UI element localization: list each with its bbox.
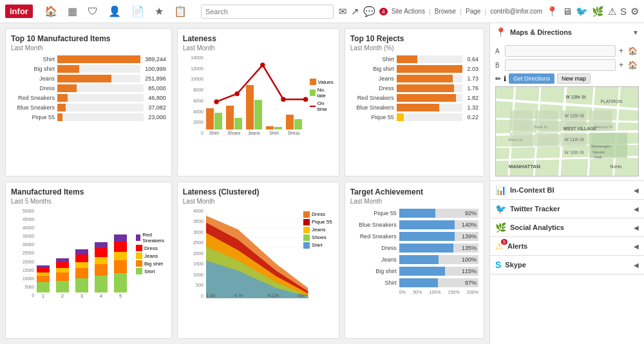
browse-link[interactable]: Browse (435, 8, 456, 15)
widget-title: Manufactured Items (11, 187, 166, 196)
hbar-track (57, 75, 140, 82)
hbar-value: 100,999 (145, 66, 166, 72)
social-header[interactable]: 🌿 Social Analytics ◀ (490, 218, 644, 236)
twitter-header[interactable]: 🐦 Twitter Tracker ◀ (490, 200, 644, 218)
top-navigation: infor 🏠 ▦ 🛡 👤 📄 ★ 📋 ✉ ↗ 💬 4 Site Actions… (0, 0, 644, 23)
page-icon[interactable]: 📋 (171, 4, 189, 19)
svg-text:Perry St: Perry St (509, 138, 523, 142)
alerts-header[interactable]: ⚠ 9 Alerts ◀ (490, 237, 644, 255)
svg-point-4 (303, 97, 308, 101)
page-link[interactable]: Page (466, 8, 480, 15)
star-icon[interactable]: ★ (152, 4, 166, 19)
map-home-icon-b[interactable]: 🏠 (627, 59, 639, 71)
chat-icon[interactable]: 💬 (363, 6, 375, 17)
pencil-icon[interactable]: ✏ (495, 75, 501, 83)
hbar-track (57, 94, 144, 102)
get-directions-button[interactable]: Get Directions (509, 73, 554, 84)
svg-text:8-15e: 8-15e (268, 292, 279, 298)
email-icon[interactable]: ✉ (339, 6, 347, 17)
home-icon[interactable]: 🏠 (42, 4, 60, 19)
new-map-button[interactable]: New map (557, 73, 591, 84)
hbar-value: 23,000 (148, 114, 166, 120)
chevron-down-icon: ▼ (632, 29, 639, 36)
rejects-chart: Shirt0.64 Big shirt2.03 Jeans1.73 Dress1… (350, 55, 478, 121)
map-input-b-row: B + 🏠 (495, 59, 639, 71)
hbar-row: Shirt 389,244 (11, 55, 166, 63)
settings-icon[interactable]: ⚙ (630, 6, 639, 17)
search-input[interactable] (201, 5, 334, 19)
y-axis: 14000120001000080006000400020000 (183, 55, 205, 135)
svg-rect-34 (535, 133, 558, 147)
map-svg: W 13th St W 12th St WEST VILLAGE W 11th … (496, 87, 638, 176)
twitter-icon[interactable]: 🐦 (576, 6, 588, 17)
map-plus-icon-b[interactable]: + (618, 59, 625, 71)
map-input-a[interactable] (505, 45, 616, 57)
main-layout: Top 10 Manufactured Items Last Month Shi… (0, 23, 644, 344)
share-icon[interactable]: ↗ (351, 6, 359, 17)
hbar-row: Red Sneakers 46,800 (11, 94, 166, 102)
alert-icon[interactable]: ⚠ (608, 6, 616, 17)
sidebar-section-alerts: ⚠ 9 Alerts ◀ (490, 237, 644, 256)
svg-text:W 10th St: W 10th St (565, 150, 584, 155)
chevron-right-icon: ◀ (634, 187, 639, 194)
hbar-label: Blue Sneakers (11, 104, 55, 111)
hbar-track (57, 104, 144, 111)
svg-text:Park: Park (594, 155, 602, 159)
shield-icon[interactable]: 🛡 (85, 5, 100, 19)
infor-logo[interactable]: infor (5, 5, 33, 18)
map-label-a: A (495, 48, 503, 55)
widget-subtitle: Last Month (350, 198, 478, 205)
map-home-icon-a[interactable]: 🏠 (627, 45, 639, 57)
skype-title: Skype (505, 261, 630, 269)
svg-text:Waverly Pl: Waverly Pl (594, 125, 612, 129)
hbar-value: 46,800 (148, 95, 166, 101)
svg-text:WEST VILLAGE: WEST VILLAGE (564, 126, 597, 131)
chevron-right-icon: ◀ (634, 205, 639, 213)
widget-title: Top 10 Manufactured Items (11, 34, 166, 43)
hbar-label: Red Sneakers (11, 95, 55, 101)
svg-text:FLATIRON: FLATIRON (601, 99, 623, 104)
site-actions-link[interactable]: Site Actions (392, 8, 425, 15)
svg-text:Bank St: Bank St (534, 125, 547, 129)
svg-text:MANHATTAN: MANHATTAN (509, 164, 540, 169)
maps-header[interactable]: 📍 Maps & Directions ▼ (490, 23, 644, 41)
widget-manufactured-items: Manufactured Items Last 5 Months 5000045… (5, 182, 172, 339)
hbar-track (57, 113, 144, 121)
map-input-b[interactable] (505, 59, 616, 71)
notification-badge[interactable]: 4 (379, 8, 388, 15)
map-plus-icon-a[interactable]: + (618, 45, 625, 57)
hbar-label: Big shirt (11, 66, 55, 72)
doc-icon[interactable]: 📄 (129, 4, 147, 19)
widget-title: Lateness (183, 34, 334, 43)
widget-title: Lateness (Clustered) (183, 187, 334, 196)
person-icon[interactable]: 👤 (106, 4, 124, 19)
map-input-a-row: A + 🏠 (495, 45, 639, 57)
widget-title: Target Achievement (350, 187, 478, 196)
nav-right-actions: ✉ ↗ 💬 4 Site Actions | Browse | Page | c… (339, 6, 639, 17)
widget-subtitle: Last Month (183, 44, 334, 52)
sidebar-section-maps: 📍 Maps & Directions ▼ A + 🏠 B + 🏠 (490, 23, 644, 181)
alert-bell-icon: ⚠ 9 (495, 241, 504, 251)
sidebar-section-bi: 📊 In-Context BI ◀ (490, 181, 644, 200)
hbar-track (57, 65, 140, 73)
hbar-track (57, 84, 144, 92)
x-axis-labels: 0%50%100%150%200% (350, 290, 478, 294)
grid-icon[interactable]: ▦ (65, 4, 80, 19)
bi-header[interactable]: 📊 In-Context BI ◀ (490, 181, 644, 199)
hbar-row: Big shirt 100,999 (11, 65, 166, 73)
location-icon[interactable]: 📍 (546, 6, 558, 17)
user-link[interactable]: contrib@infor.com (490, 8, 542, 15)
skype-icon[interactable]: S (620, 6, 627, 17)
monitor-icon[interactable]: 🖥 (562, 6, 572, 17)
svg-rect-29 (510, 110, 533, 131)
widget-subtitle: Last Month (%) (350, 44, 478, 52)
twitter-bird-icon: 🐦 (495, 204, 506, 214)
sidebar-section-twitter: 🐦 Twitter Tracker ◀ (490, 200, 644, 218)
skype-logo-icon: S (495, 260, 501, 270)
plant-icon[interactable]: 🌿 (592, 6, 604, 17)
chart-icon: 📊 (495, 185, 506, 195)
widget-subtitle: Last Month (11, 44, 166, 52)
skype-header[interactable]: S Skype ◀ (490, 256, 644, 274)
info-icon[interactable]: ℹ (504, 75, 506, 83)
social-icon: 🌿 (495, 222, 506, 233)
